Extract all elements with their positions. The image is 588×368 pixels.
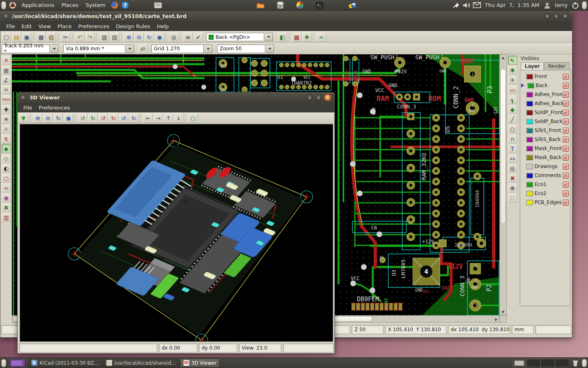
local-ratsnest-button[interactable]: ✳ [508, 75, 517, 85]
minimize-button[interactable]: ∨ [544, 13, 551, 20]
terminal-icon[interactable]: >_ [315, 1, 324, 10]
tracks-sketch-button[interactable]: ≈ [2, 183, 11, 193]
layer-row-mask-front[interactable]: Mask_Front✓ [520, 144, 570, 153]
eco2-color-swatch[interactable] [526, 191, 533, 196]
pcb-vertical-scrollbar[interactable]: ▲ ▼ [499, 54, 507, 315]
drawings-color-swatch[interactable] [526, 164, 533, 169]
front-color-swatch[interactable] [526, 74, 533, 79]
zoom-in-button[interactable]: ⊕ [124, 32, 134, 42]
mask-back-color-swatch[interactable] [526, 155, 533, 160]
viewer3d-menu-file[interactable]: File [20, 105, 36, 111]
redraw-button[interactable]: ↻ [53, 113, 63, 123]
microwave-tools-button[interactable]: ≈ [316, 32, 326, 42]
pcb-vscroll-thumb[interactable] [500, 69, 506, 224]
ortho-button[interactable]: ○ [188, 113, 198, 123]
add-zone-button[interactable]: ◆ [508, 105, 517, 114]
units-mm-button[interactable]: mm [2, 95, 11, 104]
soldp-back-color-swatch[interactable] [526, 119, 533, 124]
zoom-out-button[interactable]: ⊖ [134, 32, 144, 42]
show-desktop-icon[interactable] [8, 359, 27, 368]
auto-track-width-button[interactable]: ⇄ [138, 44, 147, 54]
track-autodelete-button[interactable]: ↯ [2, 134, 11, 144]
viewer3d-minimize-button[interactable]: ∨ [306, 94, 313, 101]
add-footprint-button[interactable]: ▭ [508, 85, 517, 94]
notes-icon[interactable] [154, 1, 163, 10]
workspace-1[interactable] [512, 359, 526, 367]
mask-back-visibility-checkbox[interactable]: ✓ [563, 155, 569, 161]
page-settings-button[interactable]: ▨ [47, 32, 56, 42]
viewer3d-titlebar[interactable]: 3D Viewer ∨ ∧ ✕ [18, 92, 334, 103]
ratsnest-module-button[interactable]: ✳ [2, 124, 11, 134]
pan-left-button[interactable]: ← [143, 113, 153, 123]
zones-show-button[interactable]: ◆ [2, 144, 11, 153]
viewer3d-menu-preferences[interactable]: Preferences [36, 105, 73, 111]
zoom-select[interactable]: Zoom 50 [217, 45, 265, 53]
viewer3d-canvas[interactable] [20, 124, 333, 342]
layer-row-eco2[interactable]: Eco2✓ [520, 189, 570, 198]
kicad-menu-file[interactable]: File [3, 23, 18, 29]
pan-down-button[interactable]: ↓ [174, 113, 183, 123]
drawings-visibility-checkbox[interactable]: ✓ [563, 164, 569, 170]
rotate-y-neg-button[interactable]: ↺ [98, 113, 108, 123]
scroll-right-arrow[interactable]: ▶ [495, 317, 498, 321]
via-size-select[interactable]: Via 0.889 mm * [63, 45, 125, 53]
tab-layer[interactable]: Layer [521, 62, 544, 70]
reload-button[interactable]: ▼ [19, 113, 28, 123]
vias-sketch-button[interactable]: ○ [2, 173, 11, 183]
silks-back-color-swatch[interactable] [526, 137, 533, 142]
rotate-y-pos-button[interactable]: ↻ [109, 113, 118, 123]
select-button[interactable]: ↖ [508, 56, 517, 65]
mask-front-visibility-checkbox[interactable]: ✓ [563, 146, 569, 152]
pcb-edges-color-swatch[interactable] [526, 200, 533, 205]
back-visibility-checkbox[interactable]: ✓ [563, 83, 569, 89]
layer-row-back[interactable]: Back✓ [520, 81, 570, 90]
layer-row-front[interactable]: Front✓ [520, 72, 570, 81]
close-button[interactable]: ✕ [562, 13, 569, 20]
panel-hide-handle-right[interactable] [582, 1, 587, 9]
add-arc-button[interactable]: ∩ [508, 134, 517, 144]
layer-row-eco1[interactable]: Eco1✓ [520, 180, 570, 189]
grid-dropdown-button[interactable] [205, 45, 212, 53]
panel-clock[interactable]: Thu Apr 7, 1:35 AM [482, 2, 541, 8]
grid-visibility-button[interactable]: ▦ [2, 65, 11, 75]
layer-row-silks-back[interactable]: SilkS_Back✓ [520, 135, 570, 144]
plot-button[interactable]: ▧ [110, 32, 119, 42]
via-size-dropdown-button[interactable] [126, 45, 134, 53]
layer-row-adhes-back[interactable]: Adhes_Back✓ [520, 99, 570, 108]
kicad-titlebar[interactable]: /usr/local/kicad/share/demos/test_xil_95… [0, 11, 572, 21]
invisible-items-button[interactable]: ✖ [2, 203, 11, 212]
back-color-swatch[interactable] [528, 83, 534, 88]
workspace-2[interactable] [526, 359, 541, 367]
adhes-front-color-swatch[interactable] [526, 92, 533, 97]
zones-outline-button[interactable]: ◇ [2, 154, 11, 163]
folder-icon[interactable] [256, 1, 265, 10]
add-line-button[interactable]: ╱ [508, 114, 517, 124]
kicad-menu-design-rules[interactable]: Design Rules [113, 23, 154, 29]
high-contrast-button[interactable]: ◐ [2, 164, 11, 173]
kicad-menu-edit[interactable]: Edit [18, 23, 35, 29]
save-button[interactable]: ▣ [22, 32, 31, 42]
viewer3d-maximize-button[interactable]: ∧ [315, 94, 322, 101]
drill-origin-button[interactable]: ⊕ [508, 183, 517, 193]
panel-hide-handle[interactable] [1, 1, 6, 9]
track-mode-button[interactable]: ▩ [292, 32, 301, 42]
grid-origin-button[interactable]: ∷ [508, 193, 517, 202]
add-circle-button[interactable]: ○ [508, 124, 517, 134]
layer-row-comments[interactable]: Comments✓ [520, 171, 570, 180]
kicad-menu-preferences[interactable]: Preferences [75, 23, 112, 29]
netlist-button[interactable]: ≡ [183, 32, 193, 42]
menu-applications[interactable]: Applications [18, 2, 58, 8]
adhes-front-visibility-checkbox[interactable]: ✓ [563, 92, 569, 98]
ubuntu-logo-icon[interactable] [8, 1, 17, 10]
pan-right-button[interactable]: → [154, 113, 163, 123]
comments-color-swatch[interactable] [526, 173, 533, 178]
taskbar-item-3d-viewer[interactable]: 3D3D Viewer [180, 359, 220, 368]
scroll-down-arrow[interactable]: ▼ [500, 310, 506, 314]
layer-selector[interactable]: Back <PgDn> [206, 33, 264, 41]
eco1-visibility-checkbox[interactable]: ✓ [563, 182, 569, 188]
workspace-3[interactable] [541, 359, 555, 367]
silks-front-visibility-checkbox[interactable]: ✓ [563, 128, 569, 134]
redo-button[interactable]: ↷ [85, 32, 95, 42]
rotate-z-neg-button[interactable]: ↺ [119, 113, 128, 123]
kicad-menu-view[interactable]: View [35, 23, 54, 29]
